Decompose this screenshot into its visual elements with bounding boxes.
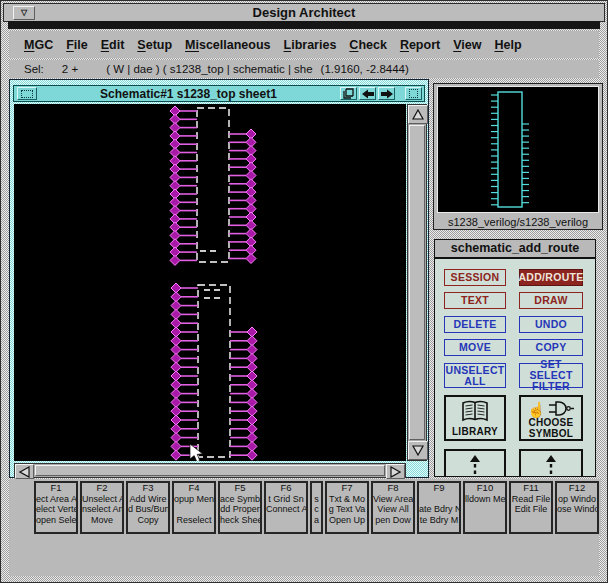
- fkey-binding: Connect A: [266, 504, 306, 515]
- fkey-label: F1: [36, 483, 76, 494]
- palette-row: DELETEUNDO: [444, 316, 583, 333]
- window-menu-button[interactable]: ▽: [13, 6, 35, 20]
- palette-window: schematic_add_route SESSIONADD/ROUTETEXT…: [433, 237, 597, 477]
- fkey-binding: View Area: [373, 494, 413, 505]
- palette-button-set-select-filter[interactable]: SET SELECTFILTER: [519, 363, 583, 388]
- previous-sheet-button[interactable]: [359, 87, 376, 100]
- palette-button-label: SESSION: [451, 272, 500, 283]
- preview-canvas[interactable]: [437, 86, 599, 213]
- palette-row: [444, 449, 583, 477]
- menu-item-setup[interactable]: Setup: [137, 38, 172, 52]
- fkey-f7[interactable]: F7Txt & Mog Text VaOpen Up: [325, 481, 369, 534]
- fkey-binding: ace Symb: [220, 494, 260, 505]
- menu-item-report[interactable]: Report: [400, 38, 440, 52]
- fkey-f9[interactable]: F9 ate Bdry Nte Bdry M: [417, 481, 461, 534]
- fkey-binding: [465, 504, 505, 515]
- horizontal-scrollbar[interactable]: [14, 463, 406, 478]
- fkey-f1[interactable]: F1ect Area Aelect Verteopen Sele: [34, 481, 78, 534]
- fkey-binding: Unselect A: [82, 494, 122, 505]
- menu-item-check[interactable]: Check: [349, 38, 387, 52]
- palette-button-label: SET SELECT: [520, 359, 582, 381]
- palette-button-draw[interactable]: DRAW: [519, 292, 583, 309]
- palette-button-add-route[interactable]: ADD/ROUTE: [519, 269, 583, 286]
- schematic-symbol-1[interactable]: [170, 106, 256, 265]
- scroll-right-button[interactable]: [386, 464, 405, 479]
- fkey-binding: Add Wire: [128, 494, 168, 505]
- fkey-binding: Open Up: [327, 515, 367, 526]
- menu-item-miscellaneous[interactable]: Miscellaneous: [185, 38, 270, 52]
- triangle-left-icon: [19, 466, 30, 478]
- menu-item-mgc[interactable]: MGC: [24, 38, 53, 52]
- palette-button-scroll-palette-left[interactable]: [444, 449, 506, 477]
- fkey-label: F2: [82, 483, 122, 494]
- palette-body: SESSIONADD/ROUTETEXTDRAWDELETEUNDOMOVECO…: [434, 258, 596, 477]
- menu-item-file[interactable]: File: [66, 38, 88, 52]
- fkey-binding: op Windo: [557, 494, 597, 505]
- schematic-titlebar[interactable]: Schematic#1 s1238_top sheet1: [13, 85, 425, 102]
- schematic-canvas[interactable]: [14, 104, 406, 461]
- context-path: ( W | dae ) ( s1238_top | schematic | sh…: [106, 63, 312, 75]
- palette-row: MOVECOPY: [444, 339, 583, 356]
- fkey-f2[interactable]: F2Unselect Anselect AndMove: [80, 481, 124, 534]
- menu-item-edit[interactable]: Edit: [101, 38, 125, 52]
- next-sheet-button[interactable]: [378, 87, 395, 100]
- schematic-symbol-2[interactable]: [171, 283, 257, 460]
- dotted-square-icon: [409, 89, 418, 98]
- palette-button-move[interactable]: MOVE: [444, 339, 506, 356]
- fkey-binding: te Bdry M: [419, 515, 459, 526]
- fkey-f4[interactable]: F4opup Men Reselect: [172, 481, 216, 534]
- fkey-label: F4: [174, 483, 214, 494]
- scroll-left-button[interactable]: [15, 464, 34, 479]
- horizontal-scroll-thumb[interactable]: [35, 465, 385, 476]
- palette-button-copy[interactable]: COPY: [519, 339, 583, 356]
- scroll-down-button[interactable]: [408, 441, 428, 460]
- preview-symbol: [438, 87, 598, 212]
- vertical-scrollbar[interactable]: [407, 104, 427, 461]
- fkey-f11[interactable]: F11Read FileEdit File: [509, 481, 553, 534]
- dashed-up-arrow-icon: [545, 454, 557, 477]
- palette-button-text[interactable]: TEXT: [444, 292, 506, 309]
- copy-window-button[interactable]: [340, 87, 357, 100]
- fkey-binding: t Grid Sn: [266, 494, 306, 505]
- fkey-f10[interactable]: F10lldown Me: [463, 481, 507, 534]
- menu-item-help[interactable]: Help: [494, 38, 521, 52]
- menu-item-view[interactable]: View: [453, 38, 481, 52]
- triangle-down-icon: [412, 445, 424, 456]
- fkey-f3[interactable]: F3Add Wired Bus/BunCopy: [126, 481, 170, 534]
- fkey-binding: pen Dow: [373, 515, 413, 526]
- fkey-label: F6: [266, 483, 306, 494]
- palette-button-undo[interactable]: UNDO: [519, 316, 583, 333]
- fkey-f6[interactable]: F6t Grid SnConnect A: [264, 481, 308, 534]
- fkey-binding: g Text Va: [327, 504, 367, 515]
- palette-button-delete[interactable]: DELETE: [444, 316, 506, 333]
- palette-button-session[interactable]: SESSION: [444, 269, 506, 286]
- palette-button-label: CHOOSE: [528, 418, 573, 429]
- palette-row: SESSIONADD/ROUTE: [444, 269, 583, 286]
- vertical-scroll-thumb[interactable]: [409, 125, 425, 440]
- fkey-binding: heck Shee: [220, 515, 260, 526]
- window-titlebar[interactable]: ▽ Design Architect: [3, 3, 605, 22]
- fkey-binding: [465, 515, 505, 526]
- status-bar: Sel: 2 + ( W | dae ) ( s1238_top | schem…: [9, 60, 599, 78]
- scroll-up-button[interactable]: [408, 105, 428, 124]
- palette-button-choose-symbol[interactable]: ☝CHOOSESYMBOL: [519, 395, 583, 441]
- palette-button-label: ALL: [464, 376, 485, 387]
- palette-button-library[interactable]: LIBRARY: [444, 395, 506, 441]
- fkey-binding: ose Windo: [557, 504, 597, 515]
- triangle-right-icon: [390, 466, 401, 478]
- schematic-drawing: [14, 104, 406, 461]
- fkey-label: F7: [327, 483, 367, 494]
- menu-item-libraries[interactable]: Libraries: [284, 38, 337, 52]
- resize-button[interactable]: [405, 87, 422, 100]
- fkey-f8[interactable]: F8View AreaView Allpen Dow: [371, 481, 415, 534]
- cursor-coordinates: (1.9160, -2.8444): [321, 63, 409, 75]
- fkey-f5[interactable]: F5ace Symbdd Properheck Shee: [218, 481, 262, 534]
- pointing-hand-icon: ☝: [527, 402, 546, 417]
- palette-button-unselect-all[interactable]: UNSELECTALL: [444, 363, 506, 388]
- dotted-box-icon: [21, 90, 33, 98]
- library-book-icon: [460, 400, 490, 422]
- fkey-f12[interactable]: F12op Windoose Windo: [555, 481, 599, 534]
- palette-button-scroll-palette-right[interactable]: [519, 449, 583, 477]
- window-options-button[interactable]: [17, 87, 37, 100]
- fkey-binding: nselect And: [82, 504, 122, 515]
